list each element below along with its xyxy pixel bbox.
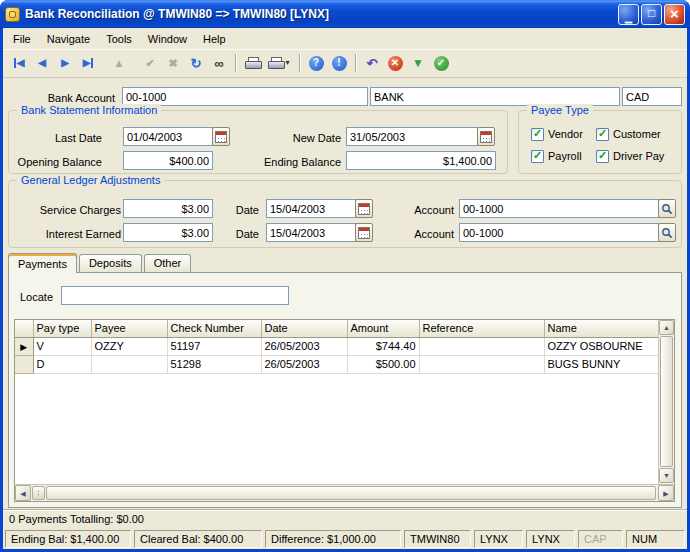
cancel-icon: ✖	[168, 58, 177, 69]
minimize-button[interactable]: ▁	[618, 4, 639, 25]
interest-earned-amount-input[interactable]	[123, 223, 213, 242]
last-date-calendar-button[interactable]	[212, 127, 230, 146]
column-header-amount[interactable]: Amount	[347, 320, 419, 337]
interest-earned-account-lookup-button[interactable]	[658, 223, 676, 242]
cancel-button[interactable]: ✖	[162, 52, 184, 74]
vertical-scroll-thumb[interactable]	[660, 336, 673, 467]
status-cleared-balance: Cleared Bal: $400.00	[134, 530, 262, 548]
interest-earned-account-input[interactable]	[459, 223, 659, 242]
horizontal-scroll-thumb[interactable]	[46, 486, 656, 500]
cell-payee[interactable]: OZZY	[91, 337, 167, 355]
column-header-pay-type[interactable]: Pay type	[33, 320, 91, 337]
menu-item-file[interactable]: File	[5, 30, 39, 48]
magnifier-icon	[661, 227, 673, 239]
service-charges-calendar-button[interactable]	[355, 199, 373, 218]
prior-record-button[interactable]: ◀	[31, 52, 53, 74]
info-button[interactable]: !	[328, 52, 350, 74]
interest-earned-date-input[interactable]	[266, 223, 356, 242]
service-charges-account-input[interactable]	[459, 199, 659, 218]
help-button[interactable]: ?	[305, 52, 327, 74]
cell-date[interactable]: 26/05/2003	[261, 355, 347, 373]
column-header-date[interactable]: Date	[261, 320, 347, 337]
status-bar: Ending Bal: $1,400.00 Cleared Bal: $400.…	[3, 529, 687, 549]
menu-item-help[interactable]: Help	[195, 30, 234, 48]
splitter-grip[interactable]	[32, 486, 45, 500]
opening-balance-label: Opening Balance	[14, 153, 102, 171]
locate-label: Locate	[20, 288, 60, 306]
vendor-checkbox[interactable]: ✓ Vendor	[531, 127, 583, 141]
scroll-down-button[interactable]: ▼	[659, 468, 674, 483]
cell-amount[interactable]: $744.40	[347, 337, 419, 355]
check-icon: ✓	[598, 150, 607, 161]
column-header-reference[interactable]: Reference	[419, 320, 544, 337]
cell-name[interactable]: OZZY OSBOURNE	[544, 337, 658, 355]
cell-reference[interactable]	[419, 337, 544, 355]
cell-pay-type[interactable]: V	[33, 337, 91, 355]
close-button[interactable]: ×	[664, 4, 685, 25]
currency-input[interactable]	[622, 87, 682, 106]
commit-button[interactable]: ✓	[430, 52, 452, 74]
cell-amount[interactable]: $500.00	[347, 355, 419, 373]
tab-other[interactable]: Other	[144, 254, 192, 272]
print-options-button[interactable]: ▾	[264, 52, 294, 74]
accept-button[interactable]: ✔	[139, 52, 161, 74]
service-charges-date-input[interactable]	[266, 199, 356, 218]
checkbox-label: Customer	[613, 128, 661, 140]
interest-earned-date-label: Date	[222, 225, 259, 243]
tab-payments[interactable]: Payments	[8, 253, 77, 273]
view-button[interactable]: ∞	[208, 52, 230, 74]
service-charges-account-lookup-button[interactable]	[658, 199, 676, 218]
customer-checkbox[interactable]: ✓ Customer	[596, 127, 661, 141]
first-record-button[interactable]: ◀	[8, 52, 30, 74]
print-button[interactable]	[241, 52, 263, 74]
last-record-button[interactable]: ▶	[77, 52, 99, 74]
payroll-checkbox[interactable]: ✓ Payroll	[531, 149, 582, 163]
service-charges-amount-input[interactable]	[123, 199, 213, 218]
last-date-input[interactable]	[123, 127, 213, 146]
menu-item-window[interactable]: Window	[140, 30, 195, 48]
opening-balance-input[interactable]	[123, 151, 213, 170]
scroll-left-button[interactable]: ◀	[15, 485, 31, 501]
cell-check-number[interactable]: 51298	[167, 355, 261, 373]
table-row[interactable]: D 51298 26/05/2003 $500.00 BUGS BUNNY	[15, 355, 658, 373]
cell-reference[interactable]	[419, 355, 544, 373]
cell-date[interactable]: 26/05/2003	[261, 337, 347, 355]
menu-bar: File Navigate Tools Window Help	[3, 28, 687, 49]
cell-pay-type[interactable]: D	[33, 355, 91, 373]
new-date-input[interactable]	[346, 127, 478, 146]
abort-icon: ✕	[388, 56, 403, 71]
checkbox-label: Vendor	[548, 128, 583, 140]
row-indicator	[15, 355, 33, 373]
check-icon: ✓	[598, 128, 607, 139]
column-header-payee[interactable]: Payee	[91, 320, 167, 337]
accept-icon: ✔	[145, 58, 154, 69]
refresh-button[interactable]: ↻	[185, 52, 207, 74]
undo-button[interactable]: ↶	[361, 52, 383, 74]
locate-input[interactable]	[61, 286, 289, 305]
ending-balance-input[interactable]	[346, 151, 496, 170]
maximize-button[interactable]: □	[641, 4, 662, 25]
cell-check-number[interactable]: 51197	[167, 337, 261, 355]
vertical-scrollbar[interactable]: ▲ ▼	[658, 320, 674, 484]
move-up-button[interactable]: ▲	[108, 52, 130, 74]
new-date-calendar-button[interactable]	[477, 127, 495, 146]
scroll-right-button[interactable]: ▶	[658, 485, 674, 501]
cell-payee[interactable]	[91, 355, 167, 373]
next-record-button[interactable]: ▶	[54, 52, 76, 74]
tab-deposits[interactable]: Deposits	[79, 254, 142, 272]
driver-pay-checkbox[interactable]: ✓ Driver Pay	[596, 149, 664, 163]
row-indicator-header[interactable]	[15, 320, 33, 337]
title-bar[interactable]: Bank Reconciliation @ TMWIN80 => TMWIN80…	[0, 0, 690, 28]
column-header-check-number[interactable]: Check Number	[167, 320, 261, 337]
service-charges-label: Service Charges	[14, 201, 121, 219]
menu-item-tools[interactable]: Tools	[98, 30, 140, 48]
abort-button[interactable]: ✕	[384, 52, 406, 74]
post-button[interactable]: ▼	[407, 52, 429, 74]
interest-earned-calendar-button[interactable]	[355, 223, 373, 242]
table-row[interactable]: ▶ V OZZY 51197 26/05/2003 $744.40 OZZY O…	[15, 337, 658, 355]
cell-name[interactable]: BUGS BUNNY	[544, 355, 658, 373]
horizontal-scrollbar[interactable]: ◀ ▶	[15, 484, 674, 501]
scroll-up-button[interactable]: ▲	[659, 320, 674, 335]
menu-item-navigate[interactable]: Navigate	[39, 30, 98, 48]
column-header-name[interactable]: Name	[544, 320, 658, 337]
